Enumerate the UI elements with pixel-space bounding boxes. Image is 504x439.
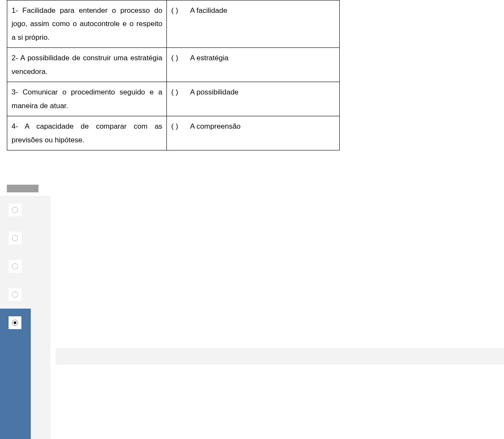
radio-icon [12, 207, 18, 213]
table-left-cell: 2- A possibilidade de construir uma estr… [7, 48, 167, 82]
option-row-selected[interactable] [0, 309, 31, 439]
radio-icon [12, 292, 18, 298]
option-row[interactable] [0, 224, 31, 252]
right-label: A compreensão [190, 122, 240, 130]
table-left-cell: 3- Comunicar o procedimento seguido e a … [7, 82, 167, 116]
paren-blank: ( ) [171, 4, 188, 17]
radio-button[interactable] [9, 260, 21, 273]
radio-icon [12, 320, 18, 326]
right-label: A estratégia [190, 54, 228, 62]
radio-icon [12, 235, 18, 241]
table-row: 1- Facilidade para entender o processo d… [7, 0, 340, 48]
light-band [56, 348, 504, 365]
options-column [0, 196, 50, 439]
option-row[interactable] [0, 196, 31, 224]
radio-button[interactable] [9, 288, 21, 301]
table-row: 4- A capacidade de comparar com as previ… [7, 116, 340, 150]
radio-button[interactable] [9, 316, 21, 329]
table-right-cell: ( ) A possibilidade [167, 82, 340, 116]
paren-blank: ( ) [171, 120, 188, 133]
right-label: A possibilidade [190, 88, 238, 96]
table-right-cell: ( ) A facilidade [167, 0, 340, 48]
matching-table: 1- Facilidade para entender o processo d… [7, 0, 340, 150]
table-row: 3- Comunicar o procedimento seguido e a … [7, 82, 340, 116]
table-left-cell: 4- A capacidade de comparar com as previ… [7, 116, 167, 150]
radio-button[interactable] [9, 232, 21, 245]
option-row[interactable] [0, 280, 31, 309]
table-right-cell: ( ) A compreensão [167, 116, 340, 150]
right-label: A facilidade [190, 6, 227, 15]
table-left-cell: 1- Facilidade para entender o processo d… [7, 0, 167, 48]
paren-blank: ( ) [171, 51, 188, 65]
option-row[interactable] [0, 252, 31, 280]
radio-button[interactable] [9, 203, 21, 216]
paren-blank: ( ) [171, 85, 188, 99]
table-right-cell: ( ) A estratégia [167, 48, 340, 82]
gray-bar [7, 185, 39, 192]
table-row: 2- A possibilidade de construir uma estr… [7, 48, 340, 82]
options-area [0, 196, 504, 439]
radio-icon [12, 263, 18, 269]
